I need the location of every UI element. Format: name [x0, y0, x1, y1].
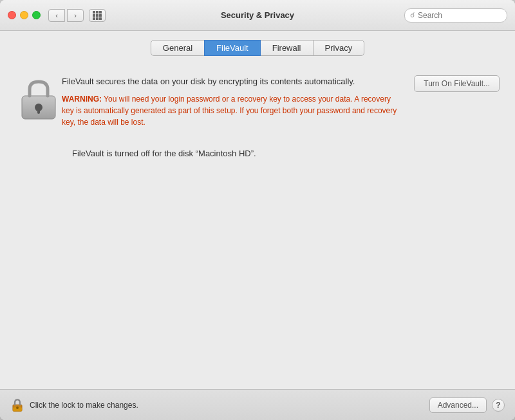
main-content: FileVault secures the data on your disk … [0, 62, 515, 389]
tab-firewall[interactable]: Firewall [260, 40, 314, 56]
maximize-button[interactable] [32, 11, 41, 19]
search-bar[interactable]: ☌ [404, 8, 507, 23]
turn-on-filevault-button[interactable]: Turn On FileVault... [414, 75, 500, 92]
minimize-button[interactable] [20, 11, 28, 19]
window-title: Security & Privacy [221, 10, 294, 20]
advanced-button[interactable]: Advanced... [429, 397, 487, 413]
titlebar: ‹ › Security & Privacy ☌ [0, 0, 515, 31]
tab-privacy[interactable]: Privacy [313, 40, 365, 56]
vault-status: FileVault is turned off for the disk “Ma… [15, 149, 500, 158]
forward-button[interactable]: › [67, 9, 84, 22]
grid-button[interactable] [89, 9, 106, 22]
vault-warning: WARNING: You will need your login passwo… [62, 93, 404, 128]
back-button[interactable]: ‹ [48, 9, 65, 22]
nav-buttons: ‹ › [48, 9, 84, 22]
warning-label: WARNING: [62, 95, 102, 104]
tab-filevault[interactable]: FileVault [204, 40, 261, 56]
bottom-bar: Click the lock to make changes. Advanced… [0, 389, 515, 420]
warning-text: You will need your login password or a r… [62, 95, 397, 127]
vault-info: FileVault secures the data on your disk … [62, 75, 404, 128]
traffic-lights [8, 11, 41, 19]
main-window: ‹ › Security & Privacy ☌ General FileVau… [0, 0, 515, 420]
grid-icon [93, 11, 102, 20]
svg-point-5 [16, 406, 19, 408]
vault-text-btn-row: FileVault secures the data on your disk … [62, 75, 500, 128]
vault-description: FileVault secures the data on your disk … [62, 75, 404, 88]
close-button[interactable] [8, 11, 16, 19]
svg-rect-2 [37, 109, 40, 114]
lock-icon[interactable] [10, 398, 24, 412]
help-button[interactable]: ? [492, 399, 505, 412]
filevault-icon [15, 75, 62, 122]
filevault-section: FileVault secures the data on your disk … [15, 75, 500, 128]
lock-text: Click the lock to make changes. [30, 401, 429, 410]
search-input[interactable] [418, 11, 501, 20]
search-icon: ☌ [410, 11, 415, 19]
tab-general[interactable]: General [151, 40, 205, 56]
tabs-bar: General FileVault Firewall Privacy [0, 31, 515, 62]
